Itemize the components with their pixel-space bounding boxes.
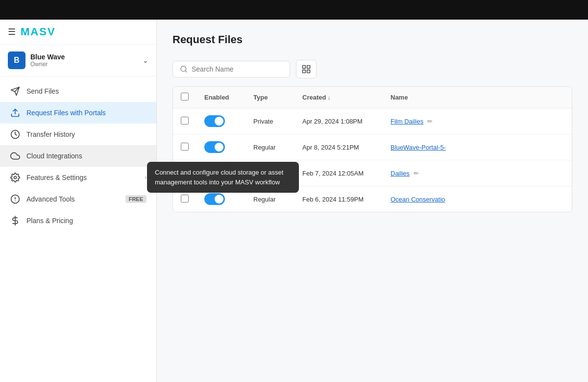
nav-list: Send Files Request Files with Portals Tr… xyxy=(0,76,156,382)
row-toggle-1[interactable] xyxy=(204,141,225,153)
table-header-checkbox xyxy=(173,87,196,108)
row-name-cell-0: Film Dailies ✏ xyxy=(383,108,572,134)
portals-table: Enabled Type Created ↓ Name xyxy=(172,86,572,212)
advanced-tools-icon xyxy=(10,194,21,204)
sidebar: ☰ MASV B Blue Wave Owner ⌄ Send Files xyxy=(0,20,157,382)
table-header-enabled[interactable]: Enabled xyxy=(196,87,245,108)
row-created-cell-2: Feb 7, 2024 12:05AM xyxy=(294,160,383,186)
table-row: Regular Feb 6, 2024 11:59PM Ocean Conser… xyxy=(173,186,572,212)
sidebar-item-features-settings-label: Features & Settings xyxy=(26,174,139,181)
row-checkbox-0[interactable] xyxy=(181,117,189,125)
masv-logo: MASV xyxy=(21,25,56,38)
transfer-history-icon xyxy=(10,129,21,139)
sidebar-item-transfer-history[interactable]: Transfer History xyxy=(0,124,156,145)
row-toggle-0[interactable] xyxy=(204,115,225,127)
top-bar xyxy=(0,0,588,20)
sidebar-header: ☰ MASV xyxy=(0,20,156,45)
sidebar-item-cloud-integrations[interactable]: Cloud Integrations xyxy=(0,145,156,167)
svg-rect-12 xyxy=(303,70,306,73)
row-name-link-1[interactable]: BlueWave-Portal-5- xyxy=(391,144,446,151)
sidebar-item-send-files-label: Send Files xyxy=(26,87,147,95)
svg-line-9 xyxy=(185,71,187,72)
cloud-integrations-icon xyxy=(10,151,21,161)
select-all-checkbox[interactable] xyxy=(181,93,189,101)
send-icon xyxy=(10,86,21,96)
advanced-tools-badge: FREE xyxy=(125,195,147,203)
sidebar-item-send-files[interactable]: Send Files xyxy=(0,80,156,102)
row-toggle-2[interactable] xyxy=(204,167,225,179)
row-enabled-cell-1 xyxy=(196,134,245,160)
sort-arrow-icon: ↓ xyxy=(328,95,331,101)
request-files-icon xyxy=(10,108,21,118)
row-toggle-3[interactable] xyxy=(204,193,225,205)
row-created-cell-0: Apr 29, 2024 1:08PM xyxy=(294,108,383,134)
portals-table-element: Enabled Type Created ↓ Name xyxy=(173,87,572,212)
page-title: Request Files xyxy=(172,33,572,46)
row-enabled-cell-0 xyxy=(196,108,245,134)
row-enabled-cell-3 xyxy=(196,186,245,212)
row-created-cell-3: Feb 6, 2024 11:59PM xyxy=(294,186,383,212)
row-name-cell-3: Ocean Conservatio xyxy=(383,186,572,212)
sidebar-item-plans-pricing[interactable]: Plans & Pricing xyxy=(0,210,156,231)
table-header-name: Name xyxy=(383,87,572,108)
svg-rect-10 xyxy=(303,66,306,69)
sidebar-item-request-files[interactable]: Request Files with Portals xyxy=(0,102,156,124)
sidebar-item-cloud-integrations-label: Cloud Integrations xyxy=(26,152,147,160)
toolbar xyxy=(172,60,572,78)
row-checkbox-cell-1 xyxy=(173,134,196,160)
user-role: Owner xyxy=(30,61,138,68)
features-settings-chevron-icon: › xyxy=(145,174,147,181)
plans-pricing-icon xyxy=(10,216,21,226)
sidebar-item-plans-pricing-label: Plans & Pricing xyxy=(26,217,147,225)
grid-view-button[interactable] xyxy=(296,60,317,78)
row-name-link-2[interactable]: Dailies xyxy=(391,170,410,177)
table-header-created[interactable]: Created ↓ xyxy=(294,87,383,108)
row-name-link-0[interactable]: Film Dailies xyxy=(391,118,423,125)
table-row: Private Apr 29, 2024 1:08PM Film Dailies… xyxy=(173,108,572,134)
row-type-cell-3: Regular xyxy=(245,186,294,212)
search-icon xyxy=(180,65,188,73)
main-content: Request Files xyxy=(157,20,588,382)
svg-point-3 xyxy=(14,177,17,179)
row-name-cell-1: BlueWave-Portal-5- xyxy=(383,134,572,160)
user-info: Blue Wave Owner xyxy=(30,53,138,68)
table-row: Private Feb 7, 2024 12:05AM Dailies ✏ xyxy=(173,160,572,186)
sidebar-item-features-settings[interactable]: Features & Settings › xyxy=(0,167,156,188)
sidebar-item-advanced-tools[interactable]: Advanced Tools FREE xyxy=(0,188,156,210)
row-name-cell-2: Dailies ✏ xyxy=(383,160,572,186)
row-name-link-3[interactable]: Ocean Conservatio xyxy=(391,196,445,203)
sidebar-item-request-files-label: Request Files with Portals xyxy=(26,109,147,117)
row-edit-icon-2[interactable]: ✏ xyxy=(414,170,419,177)
svg-rect-13 xyxy=(307,70,310,73)
sidebar-item-advanced-tools-label: Advanced Tools xyxy=(26,195,120,203)
user-name: Blue Wave xyxy=(30,53,138,61)
row-checkbox-cell-3 xyxy=(173,186,196,212)
sidebar-item-transfer-history-label: Transfer History xyxy=(26,130,147,138)
row-enabled-cell-2 xyxy=(196,160,245,186)
table-row: Regular Apr 8, 2024 5:21PM BlueWave-Port… xyxy=(173,134,572,160)
row-created-cell-1: Apr 8, 2024 5:21PM xyxy=(294,134,383,160)
row-checkbox-2[interactable] xyxy=(181,169,189,177)
row-edit-icon-0[interactable]: ✏ xyxy=(427,118,433,125)
row-type-cell-0: Private xyxy=(245,108,294,134)
search-box[interactable] xyxy=(172,61,290,77)
table-header-type: Type xyxy=(245,87,294,108)
row-checkbox-3[interactable] xyxy=(181,195,189,203)
user-section[interactable]: B Blue Wave Owner ⌄ xyxy=(0,45,156,76)
menu-icon[interactable]: ☰ xyxy=(8,26,16,37)
row-checkbox-cell-2 xyxy=(173,160,196,186)
search-input[interactable] xyxy=(192,65,283,73)
row-type-cell-2: Private xyxy=(245,160,294,186)
svg-rect-11 xyxy=(307,66,310,69)
avatar: B xyxy=(8,51,25,69)
features-settings-icon xyxy=(10,173,21,182)
row-type-cell-1: Regular xyxy=(245,134,294,160)
row-checkbox-cell-0 xyxy=(173,108,196,134)
row-checkbox-1[interactable] xyxy=(181,143,189,151)
user-chevron-icon: ⌄ xyxy=(143,56,148,64)
